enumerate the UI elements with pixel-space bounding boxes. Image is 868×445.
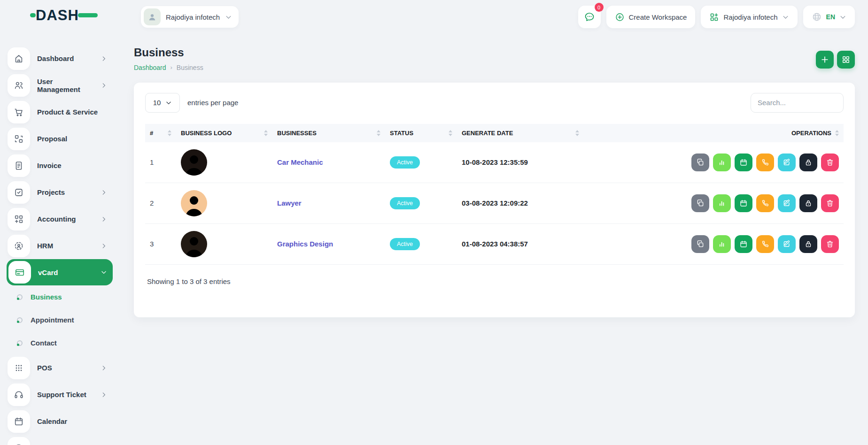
add-business-button[interactable] (816, 51, 834, 69)
sidebar-subitem-label: Contact (31, 339, 57, 347)
entries-per-page-select[interactable]: 10 (145, 93, 180, 113)
projects-icon (8, 181, 30, 204)
lock-icon (804, 199, 813, 207)
table-row: 2 Lawyer Active 03-08-2023 12:09:22 (145, 183, 844, 223)
sidebar-item-calendar[interactable]: Calendar (8, 408, 113, 435)
copy-button[interactable] (691, 194, 709, 212)
analytics-button[interactable] (713, 153, 731, 171)
contact-button[interactable] (756, 153, 774, 171)
topbar: DASH Rajodiya infotech 0 Create Workspac… (0, 0, 868, 34)
contact-button[interactable] (756, 235, 774, 253)
sidebar-item-hrm[interactable]: HRM (8, 232, 113, 259)
sort-icon[interactable] (377, 130, 380, 136)
sidebar-subitem-business[interactable]: Business (8, 285, 117, 308)
copy-button[interactable] (691, 153, 709, 171)
breadcrumb-separator: › (170, 64, 172, 71)
business-name-link[interactable]: Lawyer (277, 199, 302, 207)
logo-dot-icon (30, 13, 36, 17)
sidebar-item-invoice[interactable]: Invoice (8, 152, 113, 179)
sidebar-subitem-contact[interactable]: Contact (8, 331, 117, 354)
sidebar-item-label: Product & Service (37, 108, 113, 116)
sidebar-item-label: Proposal (37, 135, 113, 143)
sidebar-item-support-ticket[interactable]: Support Ticket (8, 381, 113, 408)
sidebar-item-accounting[interactable]: Accounting (8, 206, 113, 232)
sort-icon[interactable] (168, 130, 171, 136)
generate-date: 01-08-2023 04:38:57 (457, 223, 584, 264)
password-button[interactable] (799, 235, 817, 253)
sidebar-item-proposal[interactable]: Proposal (8, 125, 113, 152)
proposal-icon (8, 128, 30, 150)
sidebar-item-vcard[interactable]: vCard (7, 259, 113, 285)
business-name-link[interactable]: Car Mechanic (277, 158, 323, 166)
column-header-generate-date[interactable]: GENERATE DATE (457, 124, 584, 142)
calendar-icon (739, 199, 748, 207)
column-header-operations[interactable]: OPERATIONS (584, 124, 844, 142)
grid-view-button[interactable] (837, 51, 855, 69)
sort-icon[interactable] (575, 130, 579, 136)
column-header-status[interactable]: STATUS (385, 124, 457, 142)
chevron-right-icon (101, 365, 107, 371)
password-button[interactable] (799, 153, 817, 171)
search-input[interactable] (751, 93, 844, 113)
workspace-selector[interactable]: Rajodiya infotech (701, 6, 797, 28)
user-workspace-label: Rajodiya infotech (166, 13, 220, 21)
trash-icon (826, 240, 834, 248)
chevron-down-icon (839, 14, 846, 21)
column-header-index[interactable]: # (145, 124, 176, 142)
calendar-icon (739, 240, 748, 248)
sort-icon[interactable] (449, 130, 452, 136)
sidebar-item-dashboard[interactable]: Dashboard (8, 45, 113, 72)
copy-icon (696, 240, 705, 248)
edit-button[interactable] (778, 153, 796, 171)
delete-button[interactable] (821, 194, 839, 212)
column-header-businesses[interactable]: BUSINESSES (272, 124, 385, 142)
sidebar-item-label: POS (37, 364, 93, 372)
breadcrumb: Dashboard › Business (134, 64, 203, 71)
analytics-button[interactable] (713, 235, 731, 253)
delete-button[interactable] (821, 235, 839, 253)
edit-button[interactable] (778, 194, 796, 212)
messages-button[interactable]: 0 (578, 6, 601, 28)
appointment-button[interactable] (735, 153, 752, 171)
users-icon (8, 74, 30, 97)
delete-button[interactable] (821, 153, 839, 171)
sidebar-item-pos[interactable]: POS (8, 354, 113, 381)
submenu-bullet-icon (17, 340, 23, 346)
column-header-business-logo[interactable]: BUSINESS LOGO (176, 124, 272, 142)
vcard-icon (8, 261, 31, 284)
row-index: 1 (145, 142, 176, 183)
business-name-link[interactable]: Graphics Design (277, 240, 333, 248)
sidebar-item-label: Projects (37, 188, 93, 196)
sort-icon[interactable] (264, 130, 268, 136)
sidebar-item-product-service[interactable]: Product & Service (8, 99, 113, 125)
analytics-button[interactable] (713, 194, 731, 212)
appointment-button[interactable] (735, 235, 752, 253)
sidebar-subitem-appointment[interactable]: Appointment (8, 308, 117, 331)
generate-date: 03-08-2023 12:09:22 (457, 183, 584, 223)
password-button[interactable] (799, 194, 817, 212)
pos-grid-icon (8, 357, 30, 379)
business-logo-image (181, 231, 207, 257)
chat-icon (584, 11, 595, 23)
language-selector[interactable]: EN (803, 6, 855, 28)
table-row: 1 Car Mechanic Active 10-08-2023 12:35:5… (145, 142, 844, 183)
sidebar-subitem-label: Business (31, 293, 62, 301)
edit-button[interactable] (778, 235, 796, 253)
phone-icon (761, 158, 769, 167)
sidebar-item-projects[interactable]: Projects (8, 179, 113, 206)
page-actions (816, 51, 855, 69)
contact-button[interactable] (756, 194, 774, 212)
edit-icon (783, 158, 791, 167)
appointment-button[interactable] (735, 194, 752, 212)
sort-icon[interactable] (835, 130, 839, 136)
sidebar-item-label: Dashboard (37, 54, 93, 62)
breadcrumb-dashboard-link[interactable]: Dashboard (134, 64, 166, 71)
create-workspace-button[interactable]: Create Workspace (606, 6, 696, 28)
phone-icon (761, 199, 769, 207)
sidebar-item-messenger[interactable]: Messenger (8, 435, 113, 445)
sidebar-item-user-management[interactable]: User Management (8, 72, 113, 99)
app-logo[interactable]: DASH (30, 8, 98, 23)
bar-chart-icon (718, 199, 726, 207)
copy-button[interactable] (691, 235, 709, 253)
user-workspace-selector[interactable]: Rajodiya infotech (141, 6, 239, 28)
